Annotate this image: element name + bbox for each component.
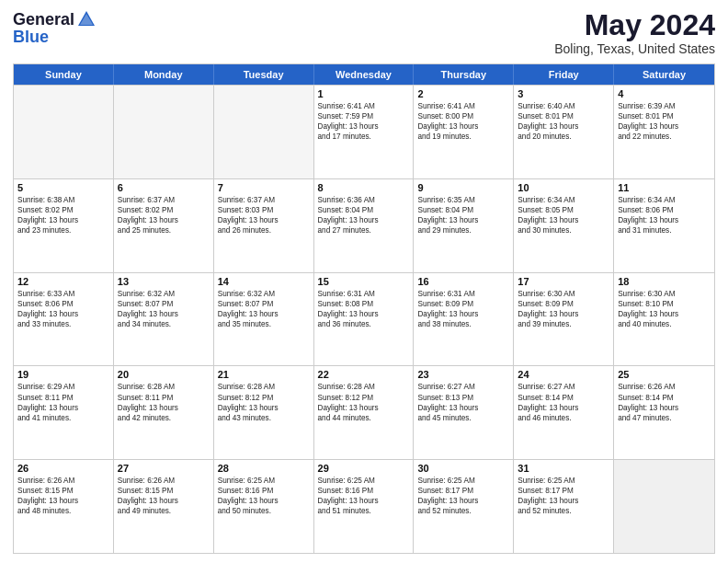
calendar-header-cell: Saturday xyxy=(614,64,714,85)
cell-line: Daylight: 13 hours xyxy=(17,309,109,319)
cell-line: Daylight: 13 hours xyxy=(518,496,609,506)
day-number: 28 xyxy=(218,463,310,474)
cell-line: Daylight: 13 hours xyxy=(318,309,410,319)
cell-line: Sunrise: 6:28 AM xyxy=(118,382,210,392)
cell-line: and 20 minutes. xyxy=(518,132,609,142)
calendar-week: 26Sunrise: 6:26 AMSunset: 8:15 PMDayligh… xyxy=(14,459,714,553)
calendar-header-cell: Sunday xyxy=(14,64,114,85)
cell-line: Sunset: 8:02 PM xyxy=(118,205,210,215)
cell-line: and 25 minutes. xyxy=(118,225,210,236)
cell-line: Sunset: 8:12 PM xyxy=(218,393,310,403)
calendar-cell: 4Sunrise: 6:39 AMSunset: 8:01 PMDaylight… xyxy=(614,86,714,178)
cell-line: and 50 minutes. xyxy=(218,506,310,516)
calendar-cell: 25Sunrise: 6:26 AMSunset: 8:14 PMDayligh… xyxy=(614,366,714,459)
calendar-cell: 20Sunrise: 6:28 AMSunset: 8:11 PMDayligh… xyxy=(114,366,214,459)
cell-line: and 36 minutes. xyxy=(318,319,410,329)
cell-line: Sunrise: 6:39 AM xyxy=(618,101,711,111)
cell-line: Daylight: 13 hours xyxy=(318,121,410,132)
cell-line: Sunrise: 6:30 AM xyxy=(518,289,609,299)
cell-line: and 39 minutes. xyxy=(518,319,609,329)
cell-line: Daylight: 13 hours xyxy=(118,215,210,225)
cell-line: Sunrise: 6:27 AM xyxy=(417,382,509,392)
logo-blue-text: Blue xyxy=(13,28,49,47)
cell-line: Daylight: 13 hours xyxy=(118,403,210,413)
day-number: 18 xyxy=(618,276,711,287)
day-number: 21 xyxy=(218,369,310,380)
logo-general-text: General xyxy=(13,11,74,28)
calendar-cell: 28Sunrise: 6:25 AMSunset: 8:16 PMDayligh… xyxy=(214,460,314,553)
cell-line: Sunset: 8:15 PM xyxy=(118,486,210,496)
cell-line: and 41 minutes. xyxy=(17,413,109,423)
cell-line: Sunrise: 6:25 AM xyxy=(518,476,609,486)
day-number: 31 xyxy=(518,463,609,474)
cell-line: Daylight: 13 hours xyxy=(618,309,711,319)
calendar-cell: 11Sunrise: 6:34 AMSunset: 8:06 PMDayligh… xyxy=(614,179,714,272)
cell-line: Daylight: 13 hours xyxy=(118,496,210,506)
cell-line: and 27 minutes. xyxy=(318,225,410,236)
calendar-header-cell: Tuesday xyxy=(214,64,314,85)
calendar-header-cell: Monday xyxy=(114,64,214,85)
calendar-cell xyxy=(214,86,314,178)
cell-line: and 40 minutes. xyxy=(618,319,711,329)
cell-line: and 43 minutes. xyxy=(218,413,310,423)
cell-line: Sunrise: 6:32 AM xyxy=(218,289,310,299)
cell-line: Sunrise: 6:31 AM xyxy=(318,289,410,299)
cell-line: Sunset: 8:06 PM xyxy=(17,299,109,309)
logo: General Blue xyxy=(13,9,97,47)
day-number: 1 xyxy=(318,88,410,99)
cell-line: Sunset: 8:13 PM xyxy=(417,393,509,403)
calendar-body: 1Sunrise: 6:41 AMSunset: 7:59 PMDaylight… xyxy=(14,85,714,553)
cell-line: and 33 minutes. xyxy=(17,319,109,329)
cell-line: Sunset: 8:02 PM xyxy=(17,205,109,215)
day-number: 13 xyxy=(118,276,210,287)
day-number: 14 xyxy=(218,276,310,287)
cell-line: and 51 minutes. xyxy=(318,506,410,516)
day-number: 30 xyxy=(417,463,509,474)
cell-line: Daylight: 13 hours xyxy=(417,496,509,506)
calendar-cell: 24Sunrise: 6:27 AMSunset: 8:14 PMDayligh… xyxy=(514,366,614,459)
cell-line: and 31 minutes. xyxy=(618,225,711,236)
cell-line: Sunset: 8:17 PM xyxy=(518,486,609,496)
cell-line: Sunset: 8:10 PM xyxy=(618,299,711,309)
cell-line: and 22 minutes. xyxy=(618,132,711,142)
calendar-cell: 13Sunrise: 6:32 AMSunset: 8:07 PMDayligh… xyxy=(114,273,214,366)
cell-line: Daylight: 13 hours xyxy=(17,215,109,225)
calendar-cell: 22Sunrise: 6:28 AMSunset: 8:12 PMDayligh… xyxy=(314,366,415,459)
cell-line: and 34 minutes. xyxy=(118,319,210,329)
calendar-cell xyxy=(114,86,214,178)
cell-line: Sunset: 7:59 PM xyxy=(318,111,410,121)
cell-line: Daylight: 13 hours xyxy=(518,403,609,413)
cell-line: Daylight: 13 hours xyxy=(318,215,410,225)
calendar-cell: 2Sunrise: 6:41 AMSunset: 8:00 PMDaylight… xyxy=(414,86,514,178)
cell-line: and 47 minutes. xyxy=(618,413,711,423)
cell-line: Sunrise: 6:26 AM xyxy=(618,382,711,392)
cell-line: Daylight: 13 hours xyxy=(218,496,310,506)
cell-line: Sunset: 8:05 PM xyxy=(518,205,609,215)
day-number: 11 xyxy=(618,182,711,193)
cell-line: Daylight: 13 hours xyxy=(518,121,609,132)
cell-line: Sunrise: 6:34 AM xyxy=(518,195,609,205)
cell-line: Sunrise: 6:41 AM xyxy=(417,101,509,111)
calendar-cell: 12Sunrise: 6:33 AMSunset: 8:06 PMDayligh… xyxy=(14,273,114,366)
cell-line: Sunrise: 6:38 AM xyxy=(17,195,109,205)
calendar-cell: 14Sunrise: 6:32 AMSunset: 8:07 PMDayligh… xyxy=(214,273,314,366)
day-number: 15 xyxy=(318,276,410,287)
cell-line: Daylight: 13 hours xyxy=(618,403,711,413)
day-number: 9 xyxy=(417,182,509,193)
cell-line: Sunrise: 6:25 AM xyxy=(318,476,410,486)
day-number: 27 xyxy=(118,463,210,474)
cell-line: Sunrise: 6:37 AM xyxy=(218,195,310,205)
cell-line: Sunset: 8:16 PM xyxy=(318,486,410,496)
cell-line: Sunset: 8:17 PM xyxy=(417,486,509,496)
cell-line: Sunrise: 6:27 AM xyxy=(518,382,609,392)
cell-line: Daylight: 13 hours xyxy=(417,309,509,319)
cell-line: and 46 minutes. xyxy=(518,413,609,423)
day-number: 4 xyxy=(618,88,711,99)
calendar-week: 19Sunrise: 6:29 AMSunset: 8:11 PMDayligh… xyxy=(14,365,714,459)
cell-line: Sunset: 8:04 PM xyxy=(417,205,509,215)
cell-line: Sunset: 8:08 PM xyxy=(318,299,410,309)
calendar-cell: 26Sunrise: 6:26 AMSunset: 8:15 PMDayligh… xyxy=(14,460,114,553)
day-number: 6 xyxy=(118,182,210,193)
cell-line: Sunset: 8:14 PM xyxy=(518,393,609,403)
calendar-week: 12Sunrise: 6:33 AMSunset: 8:06 PMDayligh… xyxy=(14,272,714,366)
